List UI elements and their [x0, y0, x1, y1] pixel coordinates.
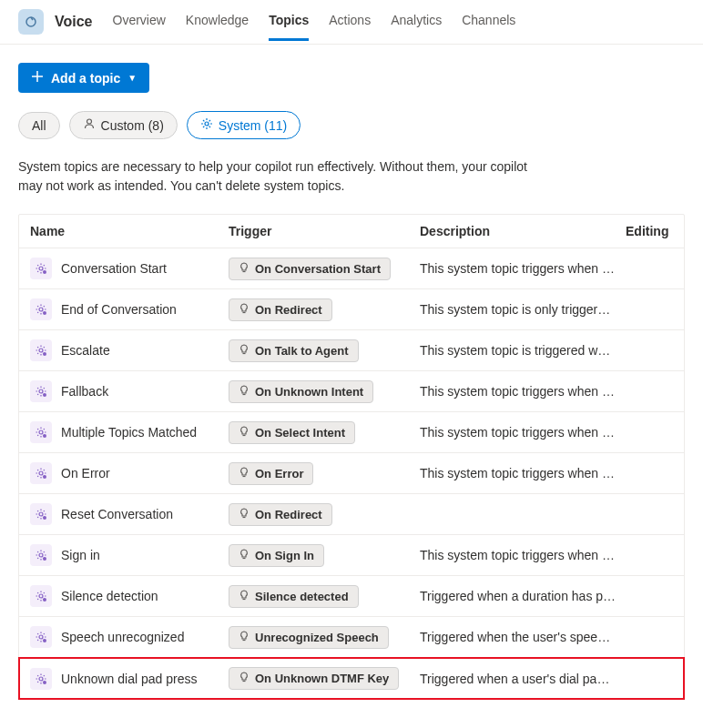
trigger-chip[interactable]: On Sign In [229, 544, 324, 567]
cell-description: This system topic triggers when the b… [420, 261, 626, 276]
col-header-description[interactable]: Description [420, 224, 626, 238]
trigger-chip[interactable]: Silence detected [229, 585, 359, 608]
cell-description: This system topic is triggered when t… [420, 343, 626, 358]
table-row[interactable]: Conversation StartOn Conversation StartT… [19, 248, 684, 289]
filter-system-label: System (11) [219, 118, 287, 133]
cell-trigger: On Sign In [229, 544, 420, 567]
topic-name: Sign in [61, 548, 100, 562]
topic-name: Unknown dial pad press [61, 672, 197, 686]
cell-name: Silence detection [30, 585, 229, 607]
table-row[interactable]: End of ConversationOn RedirectThis syste… [19, 289, 684, 330]
trigger-chip[interactable]: On Conversation Start [229, 258, 391, 280]
table-row[interactable]: Silence detectionSilence detectedTrigger… [19, 576, 684, 617]
svg-point-8 [43, 352, 46, 356]
topic-gear-icon [30, 503, 52, 525]
trigger-chip[interactable]: On Redirect [229, 503, 332, 526]
trigger-label: On Redirect [255, 303, 322, 317]
tab-actions[interactable]: Actions [329, 13, 371, 41]
topic-name: End of Conversation [61, 302, 177, 317]
topic-gear-icon [30, 339, 52, 361]
cell-description: This system topic is only triggered by … [420, 302, 626, 317]
svg-point-20 [43, 598, 46, 602]
cell-trigger: On Talk to Agent [229, 339, 420, 362]
cell-trigger: On Redirect [229, 503, 420, 526]
topic-gear-icon [30, 626, 52, 648]
filter-system[interactable]: System (11) [187, 111, 301, 139]
trigger-chip[interactable]: On Talk to Agent [229, 339, 359, 362]
svg-point-1 [87, 119, 91, 124]
lightbulb-icon [239, 508, 250, 521]
trigger-chip[interactable]: On Select Intent [229, 421, 355, 444]
person-icon [83, 117, 96, 133]
trigger-label: On Conversation Start [255, 262, 381, 276]
svg-point-12 [43, 434, 46, 438]
chevron-down-icon: ▼ [127, 73, 137, 83]
topic-name: On Error [61, 466, 110, 480]
cell-description: Triggered when a user's dial pad inpu… [420, 672, 626, 686]
app-icon [18, 9, 44, 35]
trigger-chip[interactable]: On Error [229, 462, 313, 485]
cell-name: Reset Conversation [30, 503, 229, 525]
lightbulb-icon [239, 385, 250, 399]
add-topic-label: Add a topic [51, 71, 120, 86]
tab-overview[interactable]: Overview [113, 13, 166, 41]
table-row[interactable]: Unknown dial pad pressOn Unknown DTMF Ke… [19, 658, 684, 699]
lightbulb-icon [239, 344, 250, 358]
plus-icon [31, 70, 44, 86]
app-header: Voice Overview Knowledge Topics Actions … [0, 0, 703, 45]
svg-point-2 [205, 122, 209, 126]
add-topic-button[interactable]: Add a topic ▼ [18, 63, 149, 93]
filter-all-label: All [32, 118, 46, 133]
trigger-chip[interactable]: On Unknown Intent [229, 380, 373, 403]
cell-trigger: On Unknown DTMF Key [229, 667, 420, 690]
topic-gear-icon [30, 258, 52, 279]
filter-custom[interactable]: Custom (8) [69, 111, 178, 139]
col-header-name[interactable]: Name [30, 224, 229, 238]
trigger-label: Silence detected [255, 590, 349, 603]
topic-gear-icon [30, 298, 52, 320]
table-row[interactable]: Speech unrecognizedUnrecognized SpeechTr… [19, 617, 684, 658]
trigger-label: On Error [255, 467, 303, 480]
svg-point-3 [39, 267, 43, 270]
filter-row: All Custom (8) System (11) [18, 111, 685, 139]
svg-point-22 [43, 639, 46, 642]
table-row[interactable]: Reset ConversationOn Redirect [19, 494, 684, 535]
lightbulb-icon [239, 467, 250, 480]
col-header-editing[interactable]: Editing [626, 224, 673, 238]
cell-name: Sign in [30, 544, 229, 566]
svg-point-4 [43, 270, 46, 274]
table-row[interactable]: Sign inOn Sign InThis system topic trigg… [19, 535, 684, 576]
tab-knowledge[interactable]: Knowledge [186, 13, 249, 41]
table-row[interactable]: Multiple Topics MatchedOn Select IntentT… [19, 412, 684, 453]
table-row[interactable]: EscalateOn Talk to AgentThis system topi… [19, 330, 684, 371]
cell-name: Unknown dial pad press [30, 668, 229, 690]
table-row[interactable]: FallbackOn Unknown IntentThis system top… [19, 371, 684, 412]
cell-name: End of Conversation [30, 298, 229, 320]
trigger-label: On Unknown Intent [255, 385, 363, 399]
svg-point-16 [43, 516, 46, 520]
topic-gear-icon [30, 668, 52, 690]
tab-topics[interactable]: Topics [269, 13, 309, 41]
topic-gear-icon [30, 462, 52, 484]
trigger-chip[interactable]: On Unknown DTMF Key [229, 667, 399, 690]
tab-channels[interactable]: Channels [462, 13, 515, 41]
trigger-chip[interactable]: Unrecognized Speech [229, 626, 389, 649]
cell-description: This system topic triggers when the b… [420, 466, 626, 480]
svg-point-23 [39, 677, 43, 681]
cell-name: Conversation Start [30, 258, 229, 279]
col-header-trigger[interactable]: Trigger [229, 224, 420, 238]
svg-point-15 [39, 512, 43, 516]
cell-description: This system topic triggers when the b… [420, 548, 626, 562]
lightbulb-icon [239, 672, 250, 685]
svg-point-24 [43, 681, 46, 684]
cell-trigger: On Select Intent [229, 421, 420, 444]
topic-gear-icon [30, 585, 52, 607]
table-row[interactable]: On ErrorOn ErrorThis system topic trigge… [19, 453, 684, 494]
filter-all[interactable]: All [18, 112, 60, 139]
svg-point-6 [43, 311, 46, 315]
lightbulb-icon [239, 262, 250, 276]
trigger-chip[interactable]: On Redirect [229, 298, 332, 321]
svg-point-18 [43, 557, 46, 561]
tab-analytics[interactable]: Analytics [391, 13, 442, 41]
cell-name: Speech unrecognized [30, 626, 229, 648]
